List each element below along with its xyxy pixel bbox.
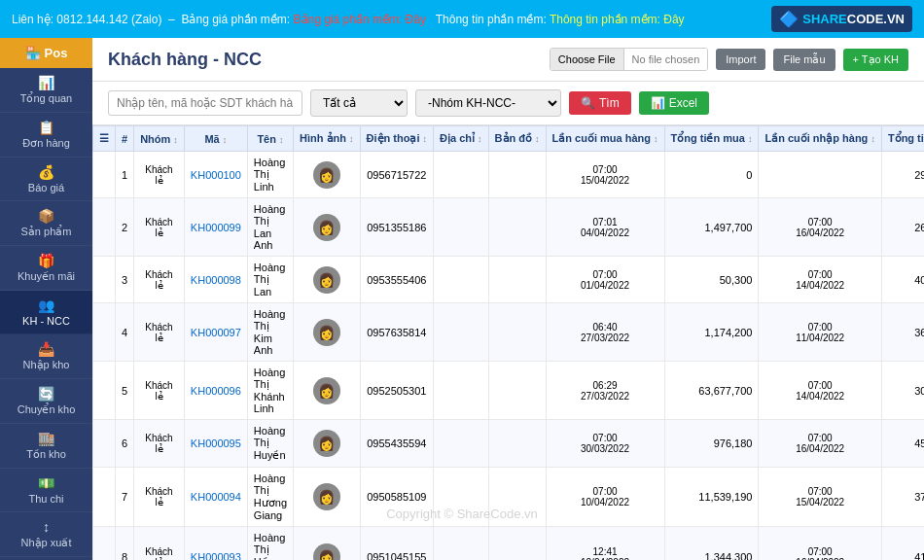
row-total-import: 451,532,909 bbox=[881, 420, 924, 468]
import-button[interactable]: Import bbox=[716, 49, 765, 70]
row-ten: Hoàng Thị Huyền bbox=[247, 420, 293, 468]
col-dia-chi: Địa chỉ ↕ bbox=[434, 126, 489, 152]
row-ma[interactable]: KH000100 bbox=[184, 152, 247, 198]
customer-icon: 👥 bbox=[38, 298, 54, 313]
row-stt: 8 bbox=[116, 527, 134, 561]
row-total-import: 307,796,149 bbox=[881, 362, 924, 420]
row-ma[interactable]: KH000097 bbox=[184, 303, 247, 362]
sidebar-item-nhap-kho[interactable]: 📥 Nhập kho bbox=[0, 334, 92, 379]
row-last-buy: 12:41 12/04/2022 bbox=[546, 527, 664, 561]
row-phone: 0950585109 bbox=[360, 468, 434, 527]
row-ten: Hoàng Thị Kim Anh bbox=[247, 303, 293, 362]
table-header-row: ☰ # Nhóm ↕ Mã ↕ Tên ↕ Hình ảnh ↕ Điện th… bbox=[93, 126, 925, 152]
row-ma[interactable]: KH000099 bbox=[184, 198, 247, 257]
chart-icon: 📊 bbox=[38, 75, 54, 90]
row-address bbox=[434, 303, 489, 362]
top-banner: Liên hệ: 0812.144.142 (Zalo) – Bảng giá … bbox=[0, 0, 924, 38]
sidebar-item-nhap-xuat[interactable]: ↕️ Nhập xuất bbox=[0, 512, 92, 557]
row-address bbox=[434, 257, 489, 303]
search-input[interactable] bbox=[108, 90, 302, 116]
col-settings-cell bbox=[93, 198, 116, 257]
file-choose-button[interactable]: Choose File bbox=[551, 49, 624, 70]
sidebar: 🏪 Pos 📊 Tổng quan 📋 Đơn hàng 💰 Báo giá 📦… bbox=[0, 38, 92, 560]
row-ma[interactable]: KH000098 bbox=[184, 257, 247, 303]
all-select[interactable]: Tất cả bbox=[310, 89, 408, 117]
sidebar-item-kh-ncc[interactable]: 👥 KH - NCC bbox=[0, 291, 92, 334]
col-tong-tien-nhap: Tổng tiền nhập ↕ bbox=[881, 126, 924, 152]
row-avatar: 👩 bbox=[294, 468, 361, 527]
col-settings-cell bbox=[93, 420, 116, 468]
sidebar-item-bao-gia[interactable]: 💰 Báo giá bbox=[0, 158, 92, 201]
row-address bbox=[434, 527, 489, 561]
file-name-label: No file chosen bbox=[624, 49, 708, 70]
row-last-import: 07:00 11/04/2022 bbox=[759, 303, 882, 362]
sidebar-item-pos[interactable]: 🏪 Pos bbox=[0, 38, 92, 68]
sidebar-item-thu-chi[interactable]: 💵 Thu chi bbox=[0, 469, 92, 512]
row-stt: 3 bbox=[116, 257, 134, 303]
row-total-buy: 0 bbox=[664, 152, 759, 198]
row-stt: 6 bbox=[116, 420, 134, 468]
search-button[interactable]: 🔍 Tìm bbox=[569, 91, 631, 115]
row-ten: Hoàng Thị Hương Giang bbox=[247, 468, 293, 527]
col-lan-cuoi-mua: Lần cuối mua hàng ↕ bbox=[546, 126, 664, 152]
sidebar-item-don-hang[interactable]: 📋 Đơn hàng bbox=[0, 113, 92, 158]
table-row: 1 Khách lẻ KH000100 Hoàng Thị Linh 👩 095… bbox=[93, 152, 925, 198]
row-avatar: 👩 bbox=[294, 362, 361, 420]
price-link[interactable]: Bảng giá phần mềm: Đây bbox=[294, 13, 426, 26]
sidebar-item-chuyen-kho[interactable]: 🔄 Chuyển kho bbox=[0, 379, 92, 424]
row-last-import: 07:00 16/04/2022 bbox=[759, 420, 882, 468]
row-total-import: 373,116,626 bbox=[881, 468, 924, 527]
header-actions: Choose File No file chosen Import File m… bbox=[550, 48, 908, 71]
row-phone: 0955435594 bbox=[360, 420, 434, 468]
row-total-buy: 1,174,200 bbox=[664, 303, 759, 362]
row-ten: Hoàng Thị Lan Anh bbox=[247, 198, 293, 257]
info-link[interactable]: Thông tin phần mềm: Đây bbox=[550, 13, 685, 26]
row-map bbox=[488, 527, 546, 561]
row-nhom: Khách lẻ bbox=[134, 527, 185, 561]
table-row: 3 Khách lẻ KH000098 Hoàng Thị Lan 👩 0953… bbox=[93, 257, 925, 303]
row-total-import: 294,631,925 bbox=[881, 152, 924, 198]
row-nhom: Khách lẻ bbox=[134, 420, 185, 468]
row-last-buy: 07:01 04/04/2022 bbox=[546, 198, 664, 257]
row-total-import: 368,362,639 bbox=[881, 303, 924, 362]
row-map bbox=[488, 420, 546, 468]
row-stt: 4 bbox=[116, 303, 134, 362]
row-ma[interactable]: KH000096 bbox=[184, 362, 247, 420]
row-last-import: 07:00 14/04/2022 bbox=[759, 362, 882, 420]
col-ban-do: Bản đồ ↕ bbox=[488, 126, 546, 152]
row-ma[interactable]: KH000093 bbox=[184, 527, 247, 561]
row-map bbox=[488, 257, 546, 303]
group-select[interactable]: -Nhóm KH-NCC- bbox=[415, 89, 561, 117]
row-nhom: Khách lẻ bbox=[134, 303, 185, 362]
settings-col-icon: ☰ bbox=[99, 132, 109, 144]
col-dien-thoai: Điện thoại ↕ bbox=[360, 126, 434, 152]
file-mau-button[interactable]: File mẫu bbox=[773, 49, 835, 71]
row-stt: 5 bbox=[116, 362, 134, 420]
row-ten: Hoàng Thị Lan bbox=[247, 257, 293, 303]
col-settings-cell bbox=[93, 468, 116, 527]
finance-icon: 💵 bbox=[38, 475, 54, 491]
excel-icon: 📊 bbox=[651, 96, 665, 110]
sidebar-item-tong-quan[interactable]: 📊 Tổng quan bbox=[0, 68, 92, 113]
table-row: 4 Khách lẻ KH000097 Hoàng Thị Kim Anh 👩 … bbox=[93, 303, 925, 362]
row-total-buy: 1,497,700 bbox=[664, 198, 759, 257]
customers-table: ☰ # Nhóm ↕ Mã ↕ Tên ↕ Hình ảnh ↕ Điện th… bbox=[92, 125, 924, 560]
filter-bar: Tất cả -Nhóm KH-NCC- 🔍 Tìm 📊 Excel bbox=[92, 82, 924, 125]
row-total-buy: 11,539,190 bbox=[664, 468, 759, 527]
page-title: Khách hàng - NCC bbox=[108, 50, 262, 70]
row-total-import: 269,087,204 bbox=[881, 198, 924, 257]
excel-button[interactable]: 📊 Excel bbox=[639, 91, 709, 115]
row-phone: 0951355186 bbox=[360, 198, 434, 257]
row-phone: 0952505301 bbox=[360, 362, 434, 420]
row-ten: Hoàng Thị Hồng Tuyết bbox=[247, 527, 293, 561]
order-icon: 📋 bbox=[38, 120, 54, 135]
row-ma[interactable]: KH000094 bbox=[184, 468, 247, 527]
tao-kh-button[interactable]: + Tạo KH bbox=[843, 49, 908, 71]
row-phone: 0953555406 bbox=[360, 257, 434, 303]
sidebar-item-san-pham[interactable]: 📦 Sản phẩm bbox=[0, 201, 92, 246]
row-ma[interactable]: KH000095 bbox=[184, 420, 247, 468]
sidebar-item-khuyen-mai[interactable]: 🎁 Khuyến mãi bbox=[0, 246, 92, 291]
row-last-import: 07:00 15/04/2022 bbox=[759, 468, 882, 527]
col-settings: ☰ bbox=[93, 126, 116, 152]
sidebar-item-ton-kho[interactable]: 🏬 Tồn kho bbox=[0, 424, 92, 469]
